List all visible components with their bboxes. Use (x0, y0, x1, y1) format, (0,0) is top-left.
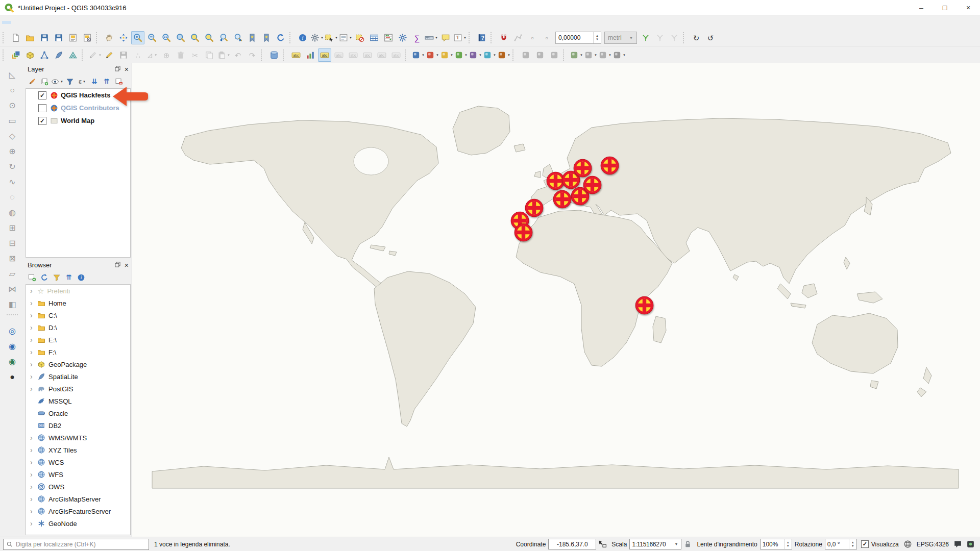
expand-chevron-icon[interactable] (30, 459, 37, 466)
browser-item-label[interactable]: GeoPackage (48, 361, 87, 368)
new-print-layout-button[interactable] (66, 31, 80, 44)
menu-raster[interactable] (66, 21, 76, 24)
layer-diagram-button[interactable] (304, 48, 317, 62)
zoom-next-button[interactable] (231, 31, 244, 44)
hackfest-marker[interactable] (583, 176, 602, 194)
browser-item-label[interactable]: GeoNode (48, 520, 77, 528)
browser-item-f-drive[interactable]: F:\ (26, 346, 130, 358)
layer-visibility-checkbox[interactable] (38, 104, 46, 112)
lock-scale-icon[interactable] (683, 540, 692, 548)
zoom-full-button[interactable] (174, 31, 187, 44)
browser-item-home[interactable]: Home (26, 297, 130, 309)
minimize-button[interactable]: – (910, 0, 933, 15)
expand-chevron-icon[interactable] (30, 361, 37, 368)
browser-item-label[interactable]: Oracle (48, 410, 68, 417)
refresh-browser-button[interactable] (39, 272, 50, 283)
expand-chevron-icon[interactable] (30, 483, 37, 490)
mesh-toolbar-button-2[interactable] (584, 48, 597, 62)
spinner-arrows-icon[interactable] (784, 539, 792, 549)
add-feature-button[interactable]: ∴ (131, 48, 144, 62)
browser-item-postgis[interactable]: PostGIS (26, 383, 130, 395)
toggle-editing-button[interactable] (103, 48, 116, 62)
collapse-all-button[interactable]: ⇈ (101, 76, 112, 87)
add-group-button[interactable] (39, 76, 50, 87)
locator-input[interactable]: Digita per localizzare (Ctrl+K) (3, 539, 149, 550)
rotate-feature-tool-icon[interactable]: ↻ (6, 160, 19, 173)
open-project-button[interactable] (23, 31, 37, 44)
browser-item-label[interactable]: E:\ (48, 336, 57, 344)
browser-item-d-drive[interactable]: D:\ (26, 321, 130, 334)
menu-plugins[interactable] (48, 21, 57, 24)
open-attribute-table-button[interactable] (368, 31, 381, 44)
menu-database[interactable] (76, 21, 85, 24)
mesh-toolbar-button-4[interactable] (612, 48, 626, 62)
select-by-form-button[interactable] (339, 31, 352, 44)
browser-item-label[interactable]: XYZ Tiles (48, 446, 77, 454)
browser-item-wfs[interactable]: WFS (26, 468, 130, 481)
statistical-summary-button[interactable]: ∑ (410, 31, 424, 44)
new-spatialite-button[interactable] (52, 48, 65, 62)
expand-chevron-icon[interactable] (30, 520, 37, 527)
move-label-button[interactable] (361, 48, 374, 62)
plugin-toolbar-button-1[interactable] (411, 48, 425, 62)
add-selected-layers-button[interactable] (27, 272, 38, 283)
new-temporary-layer-button[interactable] (66, 48, 80, 62)
layer-item-world-map[interactable]: World Map (26, 114, 130, 127)
browser-item-arcgisfeatureserver[interactable]: ArcGisFeatureServer (26, 505, 130, 517)
copy-features-button[interactable] (203, 48, 216, 62)
browser-item-label[interactable]: PostGIS (48, 385, 73, 393)
browser-item-wcs[interactable]: WCS (26, 456, 130, 468)
add-ring-tool-icon[interactable]: ◌ (6, 191, 19, 204)
browser-item-label[interactable]: DB2 (48, 422, 61, 430)
browser-item-label[interactable]: WCS (48, 459, 64, 466)
compass-plugin-icon[interactable]: ◎ (6, 324, 19, 338)
hackfest-marker[interactable] (600, 156, 619, 175)
browser-item-label[interactable]: OWS (48, 483, 64, 491)
expand-chevron-icon[interactable] (30, 312, 37, 319)
expand-chevron-icon[interactable] (30, 434, 37, 441)
plugin-toolbar-button-7[interactable] (497, 48, 510, 62)
expand-chevron-icon[interactable] (30, 385, 37, 392)
layer-visibility-checkbox[interactable] (38, 117, 46, 125)
save-project-button[interactable] (38, 31, 51, 44)
expand-chevron-icon[interactable] (30, 299, 37, 307)
expand-chevron-icon[interactable] (30, 446, 37, 454)
browser-item-wms-wmts[interactable]: WMS/WMTS (26, 432, 130, 444)
scale-select[interactable]: 1:115166270 (629, 539, 681, 549)
filter-legend-button[interactable] (64, 76, 76, 87)
crs-value[interactable]: EPSG:4326 (917, 541, 949, 548)
magnifier-input[interactable]: 100% (760, 539, 792, 549)
snapping-unit-select[interactable]: metri (604, 32, 637, 44)
raster-toolbar-button-1[interactable] (519, 48, 532, 62)
current-edits-button[interactable] (88, 48, 102, 62)
browser-item-e-drive[interactable]: E:\ (26, 334, 130, 346)
reshape-tool-icon[interactable]: ▱ (6, 267, 19, 281)
layer-label[interactable]: World Map (61, 117, 94, 124)
geosearch-plugin-icon[interactable]: ◉ (6, 340, 19, 353)
identify-features-button[interactable] (296, 31, 309, 44)
zoom-last-button[interactable] (217, 31, 230, 44)
paste-features-button[interactable] (217, 48, 230, 62)
expand-all-button[interactable]: ⇊ (89, 76, 100, 87)
open-layer-styling-button[interactable] (27, 76, 38, 87)
snap-intersection-button[interactable] (668, 31, 681, 44)
browser-item-oracle[interactable]: Oracle (26, 407, 130, 419)
menu-impostazioni[interactable] (39, 21, 48, 24)
hackfest-marker[interactable] (525, 198, 544, 217)
float-panel-icon[interactable] (115, 261, 120, 269)
snap-segment-button[interactable] (653, 31, 667, 44)
change-label-button[interactable] (389, 48, 403, 62)
browser-item-geonode[interactable]: GeoNode (26, 517, 130, 530)
close-panel-icon[interactable]: × (125, 261, 129, 269)
browser-item-label[interactable]: C:\ (48, 312, 57, 319)
snap-vertex-button[interactable] (639, 31, 652, 44)
expand-chevron-icon[interactable] (30, 287, 37, 294)
move-feature-tool-icon[interactable]: ⊕ (6, 145, 19, 158)
plugin-toolbar-button-3[interactable] (440, 48, 453, 62)
filter-browser-button[interactable] (51, 272, 62, 283)
float-panel-icon[interactable] (115, 65, 120, 73)
layer-label[interactable]: QGIS Contributors (61, 104, 119, 112)
browser-item-preferiti[interactable]: ☆ Preferiti (26, 285, 130, 297)
rectangle-tool-icon[interactable]: ▭ (6, 114, 19, 128)
delete-ring-tool-icon[interactable]: ⊟ (6, 237, 19, 250)
